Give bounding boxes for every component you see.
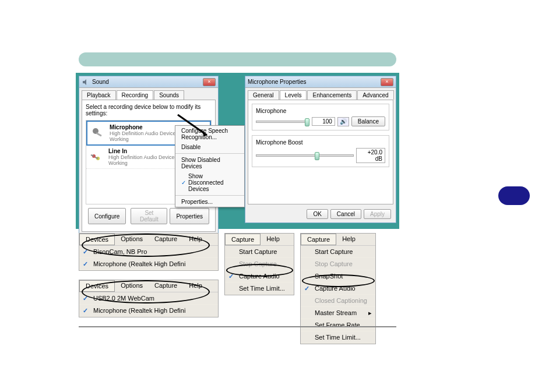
tab-playback[interactable]: Playback xyxy=(82,90,116,100)
menu-capture[interactable]: Capture xyxy=(225,234,261,245)
sound-titlebar[interactable]: Sound × xyxy=(79,76,218,88)
ctx-show-disabled[interactable]: Show Disabled Devices xyxy=(175,155,244,171)
set-default-button[interactable]: Set Default xyxy=(131,208,167,224)
header-pill xyxy=(79,52,396,66)
device-status: Working xyxy=(110,136,176,142)
devices-panel-2: Devices Options Capture Help ✓USB2.0 2M … xyxy=(79,280,219,317)
bottom-rule xyxy=(79,326,396,327)
menu-capture[interactable]: Capture xyxy=(149,280,183,292)
mi-master-stream[interactable]: Master Stream xyxy=(301,307,375,319)
mi-capture-audio[interactable]: ✓Capture Audio xyxy=(225,270,294,282)
device-mic-realtek[interactable]: ✓Microphone (Realtek High Defini xyxy=(79,305,218,317)
linein-icon xyxy=(89,149,105,165)
svg-rect-1 xyxy=(96,132,102,137)
configure-button[interactable]: Configure xyxy=(88,208,126,224)
tab-recording[interactable]: Recording xyxy=(117,90,154,100)
mi-capture-audio[interactable]: ✓Capture Audio xyxy=(301,282,375,295)
mic-label: Microphone xyxy=(256,108,385,114)
ctx-show-disconnected[interactable]: Show Disconnected Devices xyxy=(175,171,244,194)
ctx-properties[interactable]: Properties... xyxy=(175,197,244,207)
mi-stop-capture[interactable]: Stop Capture xyxy=(225,258,294,270)
mic-value[interactable]: 100 xyxy=(312,117,335,126)
menu-capture[interactable]: Capture xyxy=(301,234,336,245)
capture-panel-1: Capture Help Start Capture Stop Capture … xyxy=(224,233,294,295)
cancel-button[interactable]: Cancel xyxy=(330,209,361,219)
device-usb-webcam[interactable]: ✓USB2.0 2M WebCam xyxy=(79,292,218,305)
micprops-titlebar[interactable]: Microphone Properties × xyxy=(245,76,396,88)
sound-icon xyxy=(82,78,90,86)
sound-title: Sound xyxy=(92,79,109,85)
menu-help[interactable]: Help xyxy=(183,234,208,245)
apply-button[interactable]: Apply xyxy=(364,209,391,219)
mic-slider[interactable] xyxy=(256,121,309,123)
mi-set-frame-rate[interactable]: Set Frame Rate... xyxy=(301,319,375,331)
menu-options[interactable]: Options xyxy=(115,280,149,292)
micprops-title: Microphone Properties xyxy=(248,79,307,85)
mi-snapshot[interactable]: SnapShot xyxy=(301,270,375,282)
tab-advanced[interactable]: Advanced xyxy=(357,90,393,100)
ok-button[interactable]: OK xyxy=(307,209,328,219)
menu-help[interactable]: Help xyxy=(261,234,286,245)
device-name: Microphone xyxy=(110,124,176,130)
menu-capture[interactable]: Capture xyxy=(149,234,183,245)
menu-help[interactable]: Help xyxy=(336,234,361,245)
boost-label: Microphone Boost xyxy=(256,139,385,146)
menu-devices[interactable]: Devices xyxy=(79,280,115,292)
device-name: Line In xyxy=(108,148,175,154)
menu-devices[interactable]: Devices xyxy=(79,234,115,245)
boost-slider[interactable] xyxy=(256,154,354,157)
tab-general[interactable]: General xyxy=(248,90,279,100)
tab-levels[interactable]: Levels xyxy=(280,90,307,100)
device-detail: High Definition Audio Device xyxy=(108,154,175,160)
properties-button[interactable]: Properties xyxy=(170,208,209,224)
tab-sounds[interactable]: Sounds xyxy=(154,90,184,100)
page-badge xyxy=(498,186,530,205)
tab-enhancements[interactable]: Enhancements xyxy=(307,90,357,100)
device-detail: High Definition Audio Device xyxy=(110,130,176,136)
mi-stop-capture[interactable]: Stop Capture xyxy=(301,258,375,270)
arrow-annotation xyxy=(175,112,216,141)
boost-value[interactable]: +20.0 dB xyxy=(356,148,385,163)
devices-panel-1: Devices Options Capture Help ✓BisonCam, … xyxy=(79,233,219,271)
mi-start-capture[interactable]: Start Capture xyxy=(225,246,294,258)
close-icon[interactable]: × xyxy=(381,78,393,86)
balance-button[interactable]: Balance xyxy=(351,116,385,126)
device-status: Working xyxy=(108,160,175,166)
sound-tabs: Playback Recording Sounds xyxy=(79,88,218,100)
mi-set-time-limit[interactable]: Set Time Limit... xyxy=(225,282,294,295)
ctx-disable[interactable]: Disable xyxy=(175,142,244,152)
mi-closed-captioning[interactable]: Closed Captioning xyxy=(301,295,375,307)
device-mic-realtek[interactable]: ✓Microphone (Realtek High Defini xyxy=(79,258,218,270)
speaker-icon[interactable]: 🔊 xyxy=(337,117,349,126)
menu-options[interactable]: Options xyxy=(115,234,149,245)
mi-set-time-limit[interactable]: Set Time Limit... xyxy=(301,331,375,344)
menu-help[interactable]: Help xyxy=(183,280,208,292)
capture-panel-2: Capture Help Start Capture Stop Capture … xyxy=(300,233,376,344)
device-bisoncam[interactable]: ✓BisonCam, NB Pro xyxy=(79,246,218,258)
mic-properties-dialog: Microphone Properties × General Levels E… xyxy=(245,76,396,223)
mi-start-capture[interactable]: Start Capture xyxy=(301,246,375,258)
close-icon[interactable]: × xyxy=(203,78,216,86)
microphone-icon xyxy=(90,125,106,142)
